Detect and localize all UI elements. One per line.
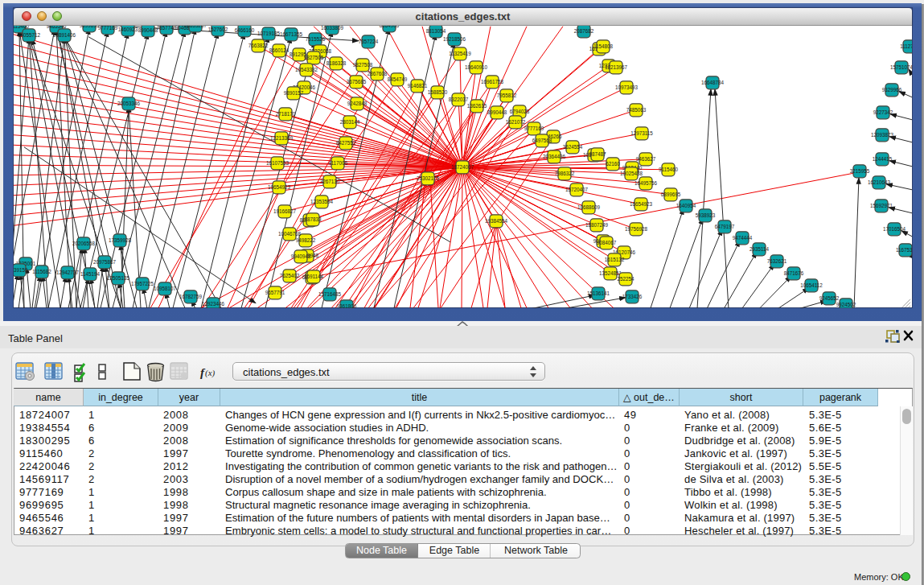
svg-text:8990448: 8990448 (138, 27, 158, 33)
svg-text:10719185: 10719185 (257, 31, 281, 36)
svg-text:7485063: 7485063 (626, 107, 647, 113)
svg-text:20975867: 20975867 (93, 259, 117, 265)
svg-text:15136141: 15136141 (587, 290, 610, 296)
svg-text:5938923: 5938923 (696, 212, 716, 218)
svg-text:1244415: 1244415 (873, 156, 893, 162)
svg-text:17957225: 17957225 (131, 281, 154, 286)
svg-text:987487: 987487 (589, 151, 606, 157)
svg-text:2935114: 2935114 (749, 246, 770, 252)
svg-text:1588520: 1588520 (428, 89, 448, 95)
svg-text:9827508: 9827508 (353, 62, 373, 68)
svg-text:8471676: 8471676 (784, 270, 804, 276)
svg-text:8427552: 8427552 (336, 140, 356, 146)
svg-text:18807249: 18807249 (585, 222, 609, 228)
svg-text:15720407: 15720407 (565, 187, 589, 192)
svg-text:7986322: 7986322 (555, 171, 575, 176)
svg-text:16654923: 16654923 (630, 201, 653, 207)
svg-text:16648784: 16648784 (701, 80, 725, 85)
svg-text:13524851: 13524851 (599, 270, 622, 276)
svg-text:12213369: 12213369 (270, 135, 294, 141)
svg-text:20053346: 20053346 (117, 101, 141, 106)
svg-text:9115460: 9115460 (659, 167, 679, 172)
svg-text:7955812: 7955812 (497, 93, 517, 98)
svg-text:7857746: 7857746 (157, 26, 177, 31)
svg-text:9940948: 9940948 (291, 253, 311, 259)
svg-text:15692971: 15692971 (870, 203, 893, 208)
svg-text:7357224: 7357224 (359, 39, 379, 44)
svg-text:10958107: 10958107 (154, 286, 177, 291)
svg-text:12093873: 12093873 (871, 132, 894, 138)
svg-text:252254: 252254 (617, 276, 634, 282)
svg-text:10543382: 10543382 (295, 67, 318, 72)
svg-text:14055712: 14055712 (18, 32, 41, 38)
svg-text:8454749: 8454749 (388, 76, 408, 82)
svg-text:17359928: 17359928 (109, 237, 132, 243)
svg-text:6794028: 6794028 (510, 109, 530, 114)
svg-text:7632621: 7632621 (767, 258, 787, 264)
svg-text:4117006: 4117006 (328, 160, 348, 166)
svg-text:9329966: 9329966 (882, 87, 902, 93)
svg-text:25302175: 25302175 (417, 175, 440, 181)
svg-text:9146821: 9146821 (408, 83, 428, 89)
svg-text:6899695: 6899695 (661, 192, 681, 197)
svg-text:887833: 887833 (304, 216, 322, 222)
svg-text:6497568: 6497568 (532, 138, 552, 143)
svg-text:1154808: 1154808 (593, 43, 614, 49)
svg-text:8660124: 8660124 (269, 47, 290, 53)
svg-text:9498222: 9498222 (296, 237, 316, 243)
svg-text:17016504: 17016504 (883, 226, 906, 232)
svg-text:9777169: 9777169 (98, 26, 118, 31)
svg-text:2087682: 2087682 (574, 28, 594, 34)
svg-text:20891406: 20891406 (53, 32, 76, 38)
svg-text:62160: 62160 (606, 161, 620, 167)
svg-text:9777169: 9777169 (524, 126, 544, 131)
svg-text:1615132: 1615132 (605, 257, 625, 262)
svg-text:11325419: 11325419 (449, 51, 471, 56)
svg-text:16782759: 16782759 (179, 294, 203, 299)
svg-text:10653287: 10653287 (184, 26, 207, 28)
svg-text:9463627: 9463627 (636, 156, 656, 162)
svg-text:3215955: 3215955 (850, 168, 870, 174)
svg-text:8664905: 8664905 (380, 26, 400, 28)
svg-text:9924502: 9924502 (836, 302, 856, 307)
svg-text:6479197: 6479197 (715, 224, 735, 229)
svg-text:19166827: 19166827 (273, 208, 297, 214)
svg-text:19756928: 19756928 (625, 226, 648, 232)
svg-text:2718170: 2718170 (276, 111, 296, 117)
svg-text:12923446: 12923446 (202, 301, 225, 307)
svg-text:(x): (x) (205, 368, 216, 378)
svg-text:18640910: 18640910 (465, 64, 488, 70)
svg-text:7515526: 7515526 (306, 36, 326, 42)
svg-text:1733426: 1733426 (622, 294, 643, 299)
svg-text:12973115: 12973115 (630, 130, 653, 136)
svg-text:3624554: 3624554 (563, 144, 583, 150)
svg-text:2867608: 2867608 (368, 71, 388, 76)
svg-text:12213967: 12213967 (605, 64, 628, 70)
svg-text:7663822: 7663822 (248, 43, 269, 48)
svg-text:7625402: 7625402 (280, 273, 300, 278)
svg-text:1362615: 1362615 (467, 103, 487, 109)
svg-text:20364436: 20364436 (543, 154, 566, 159)
svg-text:9084067: 9084067 (597, 240, 617, 245)
svg-text:12942737: 12942737 (56, 270, 80, 275)
svg-text:1691144: 1691144 (304, 274, 324, 279)
svg-text:10025438: 10025438 (620, 171, 643, 176)
svg-text:3267130: 3267130 (320, 179, 340, 184)
svg-text:9227342: 9227342 (873, 109, 893, 115)
svg-text:8813054: 8813054 (426, 28, 446, 34)
svg-text:6466160: 6466160 (235, 27, 255, 33)
svg-text:1527602: 1527602 (208, 27, 228, 32)
svg-text:20206558: 20206558 (72, 241, 96, 246)
svg-text:1640954: 1640954 (676, 203, 696, 208)
svg-text:16671355: 16671355 (280, 31, 303, 37)
svg-text:8990448: 8990448 (487, 109, 507, 115)
svg-text:15751074: 15751074 (890, 64, 912, 70)
svg-text:3675685: 3675685 (347, 79, 367, 84)
svg-text:12353594: 12353594 (310, 199, 334, 204)
svg-text:9699695: 9699695 (80, 26, 100, 28)
svg-text:16961758: 16961758 (481, 79, 504, 84)
svg-text:9827505: 9827505 (304, 55, 324, 60)
svg-text:2803144: 2803144 (340, 119, 360, 125)
svg-text:16495756: 16495756 (634, 180, 658, 186)
svg-text:939159: 939159 (14, 267, 28, 273)
